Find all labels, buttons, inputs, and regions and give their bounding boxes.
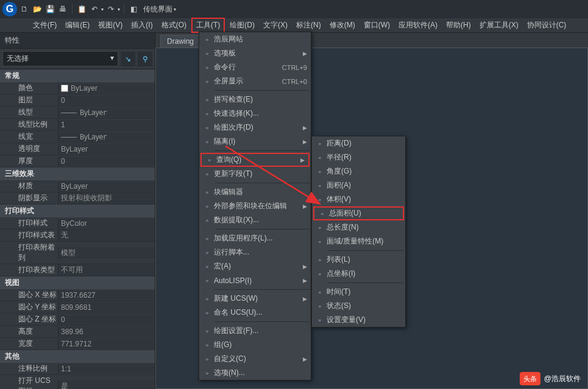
section-header[interactable]: 打印样式 (0, 205, 155, 217)
menu-item[interactable]: ▫拼写检查(E) (199, 93, 311, 107)
print-icon[interactable]: 🖶 (57, 4, 68, 15)
menu-icon: ▫ (200, 327, 214, 335)
menu-item[interactable]: ▫隔离(I)▶ (199, 135, 311, 149)
menu-item[interactable]: ▫全屏显示CTRL+0 (199, 74, 311, 88)
chevron-down-icon[interactable]: ▾ (101, 7, 104, 12)
property-value[interactable]: 0 (58, 96, 155, 105)
menu-item[interactable]: ▫选项(N)... (199, 366, 311, 380)
section-header[interactable]: 其他 (0, 350, 155, 363)
chevron-down-icon[interactable]: ▾ (174, 7, 176, 12)
property-value[interactable]: 0 (58, 156, 155, 166)
property-value[interactable]: 771.9712 (58, 339, 155, 349)
open-icon[interactable]: 📂 (32, 4, 43, 15)
menu-item[interactable]: 插入(I) (127, 19, 156, 32)
menu-item[interactable]: 视图(V) (94, 19, 126, 32)
menu-item[interactable]: ▫新建 UCS(W)▶ (199, 292, 311, 306)
new-icon[interactable]: 🗋 (19, 4, 30, 15)
app-logo[interactable]: G (2, 2, 17, 16)
section-header[interactable]: 常规 (0, 69, 155, 82)
property-value[interactable]: ByLayer (58, 144, 155, 154)
property-value[interactable]: 1937.6627 (58, 290, 155, 300)
property-value[interactable]: 1 (58, 120, 155, 130)
property-value[interactable]: 是 (58, 380, 155, 390)
property-value[interactable]: 不可用 (58, 264, 155, 276)
menu-item[interactable]: 协同设计(C) (523, 19, 570, 32)
menu-item[interactable]: ▫外部参照和块在位编辑▶ (199, 199, 311, 213)
menu-item[interactable]: ▫组(G) (199, 338, 311, 352)
selection-combo[interactable]: 无选择 ▾ (2, 51, 118, 66)
menu-item[interactable]: 标注(N) (292, 19, 325, 32)
property-value[interactable]: ByLayer (58, 83, 155, 93)
menu-item[interactable]: 应用软件(A) (395, 19, 441, 32)
skin-icon[interactable]: ◧ (128, 4, 139, 15)
property-value[interactable]: 389.96 (58, 327, 155, 337)
redo-icon[interactable]: ↷ (105, 4, 116, 15)
property-value[interactable]: ByColor (58, 219, 155, 228)
menu-item[interactable]: ▫总面积(U) (313, 206, 404, 220)
menu-item[interactable]: ▫更新字段(T) (199, 167, 311, 181)
property-value[interactable]: 模型 (58, 247, 155, 259)
property-label: 厚度 (0, 155, 58, 167)
menu-item[interactable]: ▫查询(Q)▶ (200, 153, 310, 167)
menu-label: 块编辑器 (214, 187, 307, 197)
menu-item[interactable]: ▫命令行CTRL+9 (199, 60, 311, 74)
property-value[interactable]: 1:1 (58, 364, 155, 374)
menu-item[interactable]: ▫绘图次序(D)▶ (199, 121, 311, 135)
property-value[interactable]: 无 (58, 230, 155, 241)
menu-item[interactable]: ▫面积(A) (312, 178, 405, 192)
menu-item[interactable]: 帮助(H) (442, 19, 475, 32)
menu-item[interactable]: ▫体积(V) (312, 192, 405, 206)
property-value[interactable]: 809.9681 (58, 303, 155, 312)
menu-item[interactable]: ▫AutoLISP(I)▶ (199, 273, 311, 287)
copy-icon[interactable]: 📋 (76, 4, 87, 15)
menu-item[interactable]: ▫列表(L) (312, 253, 405, 267)
menu-item[interactable]: ▫半径(R) (312, 150, 405, 164)
menu-item[interactable]: 窗口(W) (360, 19, 394, 32)
property-value[interactable]: 0 (58, 315, 155, 324)
menu-item[interactable]: 工具(T) (191, 18, 225, 33)
undo-icon[interactable]: ↶ (89, 4, 100, 15)
property-value[interactable]: ByLayer (58, 181, 155, 191)
menu-item[interactable]: 格式(O) (158, 19, 190, 32)
section-header[interactable]: 三维效果 (0, 167, 155, 180)
menu-item[interactable]: 修改(M) (326, 19, 359, 32)
menu-item[interactable]: ▫时间(T) (312, 285, 405, 299)
menu-item[interactable]: 文字(X) (260, 19, 291, 32)
menu-item[interactable]: ▫浩辰网站 (199, 32, 311, 46)
selection-row: 无选择 ▾ ↘ ⚲ (0, 49, 155, 69)
submenu-arrow-icon: ▶ (303, 203, 307, 209)
menu-item[interactable]: ▫面域/质量特性(M) (312, 234, 405, 248)
property-label: 注释比例 (0, 363, 58, 374)
save-icon[interactable]: 💾 (44, 4, 55, 15)
menu-item[interactable]: ▫绘图设置(F)... (199, 324, 311, 338)
menu-item[interactable]: ▫命名 UCS(U)... (199, 306, 311, 320)
menu-item[interactable]: ▫距离(D) (312, 136, 405, 150)
chevron-down-icon[interactable]: ▾ (118, 7, 120, 12)
menu-item[interactable]: ▫设置变量(V) (312, 313, 405, 327)
menu-item[interactable]: ▫总长度(N) (312, 220, 405, 234)
menu-item[interactable]: ▫角度(G) (312, 164, 405, 178)
quick-select-icon[interactable]: ⚲ (138, 52, 152, 66)
menu-icon: ▫ (313, 316, 327, 324)
menu-item[interactable]: 文件(F) (29, 19, 60, 32)
property-value[interactable]: ———— ByLayer (58, 132, 155, 142)
menu-item[interactable]: ▫快速选择(K)... (199, 107, 311, 121)
menu-item[interactable]: ▫状态(S) (312, 299, 405, 313)
filter-icon[interactable]: ↘ (121, 52, 135, 66)
section-header[interactable]: 视图 (0, 276, 155, 289)
menu-item[interactable]: ▫块编辑器 (199, 185, 311, 199)
menu-item[interactable]: 扩展工具(X) (476, 19, 522, 32)
menu-item[interactable]: ▫加载应用程序(L)... (199, 231, 311, 245)
property-value[interactable]: 投射和接收阴影 (58, 192, 155, 204)
drawing-tab[interactable]: Drawing (160, 35, 200, 47)
menu-item[interactable]: ▫选项板▶ (199, 46, 311, 60)
menu-item[interactable]: 编辑(E) (62, 19, 93, 32)
property-value[interactable]: ———— ByLayer (58, 108, 155, 117)
menu-item[interactable]: ▫点坐标(I) (312, 267, 405, 281)
menu-item[interactable]: ▫运行脚本... (199, 245, 311, 259)
menu-item[interactable]: 绘图(D) (226, 19, 258, 32)
menu-icon: ▫ (200, 170, 214, 178)
menu-item[interactable]: ▫自定义(C)▶ (199, 352, 311, 366)
menu-item[interactable]: ▫宏(A)▶ (199, 259, 311, 273)
menu-item[interactable]: ▫数据提取(X)... (199, 213, 311, 227)
